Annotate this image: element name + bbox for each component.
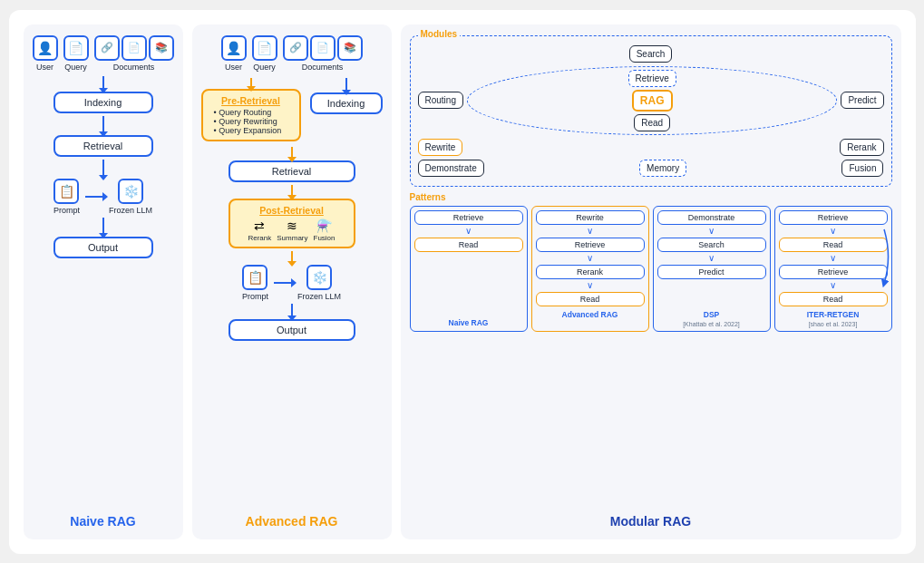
fusion-icon-group: ⚗️ Fusion	[314, 218, 336, 242]
rerank-icon: ⇄	[254, 218, 265, 233]
patterns-label: Patterns	[410, 192, 892, 202]
demonstrate-mod: Demonstrate	[418, 160, 484, 177]
loop-arrow-svg	[880, 225, 893, 288]
arrow-right	[85, 196, 103, 198]
llm-group: ❄️ Frozen LLM	[109, 179, 152, 215]
pattern-iter-read1: Read	[779, 238, 888, 252]
retrieval-box: Retrieval	[53, 135, 153, 157]
adv-link-icon: 🔗	[283, 35, 308, 61]
adv-llm-icon: ❄️	[306, 265, 332, 290]
adv-arrow-out	[291, 304, 293, 316]
adv-indexing-box: Indexing	[310, 92, 383, 114]
adv-prompt-icon: 📋	[242, 265, 267, 290]
routing-mod: Routing	[418, 92, 463, 109]
pattern-iter-retrieve1: Retrieve	[779, 210, 888, 225]
adv-prompt-label: Prompt	[242, 292, 268, 301]
query-icon: 📄	[63, 35, 89, 61]
documents-label: Documents	[113, 63, 155, 72]
indexing-box: Indexing	[53, 92, 153, 113]
link-icon: 🔗	[94, 35, 120, 61]
retrieve-mod: Retrieve	[628, 70, 676, 87]
pattern-iter-arrow3: ∨	[830, 281, 836, 290]
prompt-label: Prompt	[53, 206, 80, 215]
arrow-3	[102, 160, 104, 176]
adv-user-icon: 👤	[221, 35, 247, 61]
modules-label: Modules	[418, 29, 461, 39]
pre-item-2: • Query Rewriting	[214, 117, 292, 126]
advanced-title: Advanced RAG	[246, 507, 338, 529]
pattern-dsp-note: [Khattab et al. 2022]	[683, 321, 740, 327]
llm-icon: ❄️	[118, 179, 143, 204]
adv-llm-group: ❄️ Frozen LLM	[297, 265, 341, 301]
adv-doc-icon: 📄	[310, 35, 336, 61]
adv-user-group: 👤 User	[221, 35, 247, 72]
pattern-adv-rewrite: Rewrite	[536, 210, 645, 225]
query-label: Query	[64, 63, 87, 72]
adv-query-group: 📄 Query	[252, 35, 277, 72]
user-icon-group: 👤 User	[33, 35, 58, 72]
advanced-rag-panel: 👤 User 📄 Query 🔗 📄 📚 Documents	[192, 24, 392, 539]
pattern-iter-note: [shao et al. 2023]	[809, 321, 858, 327]
summary-icon-group: ≋ Summary	[277, 218, 307, 242]
documents-icon-group: 🔗 📄 📚 Documents	[94, 35, 174, 72]
arrow-4	[102, 218, 104, 234]
fusion-label: Fusion	[314, 234, 336, 242]
patterns-section: Patterns Retrieve ∨ Read Naive RAG Rewri…	[410, 192, 892, 507]
adv-arrow-post	[291, 185, 293, 196]
advanced-icons-row: 👤 User 📄 Query 🔗 📄 📚 Documents	[221, 35, 363, 72]
main-container: 👤 User 📄 Query 🔗 📄 📚 Documents Indexing	[9, 10, 916, 554]
arrow-1	[102, 76, 104, 89]
modules-mid-row: Routing Retrieve RAG Read Predic	[418, 66, 884, 135]
pattern-adv-read: Read	[536, 292, 645, 306]
rewrite-mod: Rewrite	[418, 139, 463, 156]
pattern-iter-retrieve2: Retrieve	[779, 265, 888, 279]
predict-mod: Predict	[841, 92, 883, 109]
left-col: Routing	[418, 92, 463, 109]
adv-prompt-group: 📋 Prompt	[242, 265, 268, 301]
pattern-naive-arrow1: ∨	[465, 227, 472, 236]
pattern-iter: Retrieve ∨ Read ∨ Retrieve ∨ Read	[774, 206, 892, 332]
pre-arrow	[250, 78, 252, 87]
modules-section: Modules Search Routing Ret	[410, 35, 892, 187]
pattern-dsp-title: DSP	[704, 310, 719, 319]
rag-mod: RAG	[632, 90, 673, 112]
adv-docs-icons: 🔗 📄 📚	[283, 35, 363, 61]
pattern-iter-title: ITER-RETGEN	[807, 310, 860, 319]
llm-label: Frozen LLM	[109, 206, 152, 215]
stack-icon: 📚	[149, 35, 174, 61]
summary-label: Summary	[277, 234, 307, 242]
pattern-advanced: Rewrite ∨ Retrieve ∨ Rerank ∨ Read Advan…	[531, 206, 649, 332]
post-icons-row: ⇄ Rerank ≋ Summary ⚗️ Fusion	[238, 218, 346, 242]
naive-rag-panel: 👤 User 📄 Query 🔗 📄 📚 Documents Indexing	[24, 24, 183, 539]
patterns-grid: Retrieve ∨ Read Naive RAG Rewrite ∨ Retr…	[410, 206, 892, 332]
rag-read-row: RAG	[632, 90, 673, 112]
memory-mod: Memory	[639, 160, 686, 177]
rerank-icon-group: ⇄ Rerank	[248, 218, 271, 242]
pre-item-1: • Query Routing	[214, 108, 292, 117]
prompt-icon: 📋	[53, 179, 79, 204]
post-retrieval-box: Post-Retrieval ⇄ Rerank ≋ Summary ⚗️ Fus…	[229, 199, 355, 248]
modular-title: Modular RAG	[610, 507, 691, 529]
bottom-row: Demonstrate Memory Fusion	[418, 160, 884, 177]
adv-docs-label: Documents	[302, 63, 344, 72]
summary-icon: ≋	[287, 218, 297, 233]
center-col: Retrieve RAG Read	[467, 66, 837, 135]
search-mod: Search	[629, 45, 673, 63]
user-label: User	[36, 63, 53, 72]
output-box: Output	[53, 237, 153, 258]
pre-retrieval-box: Pre-Retrieval • Query Routing • Query Re…	[201, 89, 301, 141]
pattern-adv-arrow3: ∨	[587, 281, 593, 290]
pattern-dsp: Demonstrate ∨ Search ∨ Predict DSP [Khat…	[653, 206, 771, 332]
pattern-adv-title: Advanced RAG	[562, 310, 618, 319]
fusion-icon: ⚗️	[316, 218, 332, 233]
adv-output-box: Output	[229, 319, 355, 341]
rerank-label: Rerank	[248, 234, 271, 242]
adv-query-icon: 📄	[252, 35, 277, 61]
right-col: Predict	[841, 92, 883, 109]
pattern-naive-retrieve: Retrieve	[414, 210, 523, 225]
adv-retrieval-box: Retrieval	[229, 160, 355, 182]
pattern-naive-title: Naive RAG	[449, 318, 489, 327]
fusion-mod: Fusion	[841, 160, 883, 177]
pattern-iter-arrow1: ∨	[830, 227, 836, 236]
adv-arrow-idx	[345, 78, 347, 91]
